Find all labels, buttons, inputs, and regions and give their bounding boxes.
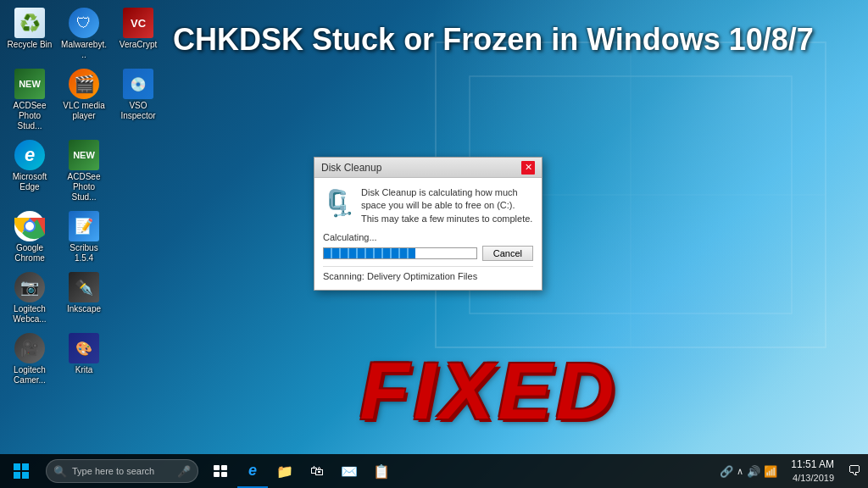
tray-chevron-icon[interactable]: ∧ xyxy=(737,466,743,477)
progress-bar-fill xyxy=(324,248,415,258)
svg-rect-14 xyxy=(214,472,220,477)
logitech-camera-icon[interactable]: 🎥 Logitech Camer... xyxy=(4,330,55,389)
taskbar-store-icon[interactable]: 🛍 xyxy=(302,454,332,488)
search-placeholder: Type here to search xyxy=(72,466,154,476)
taskbar-right: 🔗 ∧ 🔊 📶 11:51 AM 4/13/2019 🗨 xyxy=(713,454,868,488)
svg-point-7 xyxy=(25,222,34,230)
vlc-label: VLC media player xyxy=(60,101,108,121)
dialog-titlebar: Disk Cleanup ✕ xyxy=(314,158,542,178)
disk-icon: 🗜️ xyxy=(323,188,354,218)
logitech-webcam-icon[interactable]: 📷 Logitech Webca... xyxy=(4,269,55,328)
krita-label: Krita xyxy=(75,365,93,375)
tray-volume-icon[interactable]: 🔊 xyxy=(747,465,760,478)
svg-rect-15 xyxy=(221,472,227,477)
clock-date: 4/13/2019 xyxy=(791,472,834,484)
dialog-body: 🗜️ Disk Cleanup is calculating how much … xyxy=(314,178,542,290)
taskbar: 🔍 Type here to search 🎤 e 📁 🛍 ✉️ 📋 xyxy=(0,454,868,488)
edge-label: Microsoft Edge xyxy=(6,172,53,192)
logitech-webcam-label: Logitech Webca... xyxy=(6,304,53,324)
dialog-title-text: Disk Cleanup xyxy=(321,162,381,174)
taskbar-pinned-icons: e 📁 🛍 ✉️ 📋 xyxy=(205,454,397,488)
inkscape-label: Inkscape xyxy=(67,304,101,314)
svg-rect-12 xyxy=(214,465,220,470)
article-title: CHKDSK Stuck or Frozen in Windows 10/8/7 xyxy=(161,21,826,58)
progress-bar-container xyxy=(323,247,477,259)
svg-rect-13 xyxy=(221,465,227,470)
microphone-icon: 🎤 xyxy=(177,465,191,478)
desktop-icons: ♻️ Recycle Bin 🛡 Malwarebyt... VC VeraCr… xyxy=(4,4,164,389)
acdsee-icon[interactable]: NEW ACDSee Photo Stud... xyxy=(4,65,55,135)
tray-icons: 🔗 ∧ 🔊 📶 xyxy=(720,465,777,478)
svg-rect-11 xyxy=(22,472,29,479)
scribus-icon[interactable]: 📝 Scribus 1.5.4 xyxy=(58,208,109,267)
disk-cleanup-dialog: Disk Cleanup ✕ 🗜️ Disk Cleanup is calcul… xyxy=(314,157,542,291)
desktop: ♻️ Recycle Bin 🛡 Malwarebyt... VC VeraCr… xyxy=(0,0,868,488)
svg-rect-10 xyxy=(14,472,20,479)
system-clock[interactable]: 11:51 AM 4/13/2019 xyxy=(784,458,841,484)
taskview-button[interactable] xyxy=(205,454,236,488)
veracrypt-label: VeraCrypt xyxy=(120,40,157,50)
chrome-icon[interactable]: Google Chrome xyxy=(4,208,55,267)
inkscape-icon[interactable]: ✒️ Inkscape xyxy=(58,269,109,328)
krita-icon[interactable]: 🎨 Krita xyxy=(58,330,109,389)
scribus-label: Scribus 1.5.4 xyxy=(60,243,108,263)
acdsee-label: ACDSee Photo Stud... xyxy=(6,101,53,131)
taskbar-mail-icon[interactable]: ✉️ xyxy=(334,454,364,488)
chrome-label: Google Chrome xyxy=(6,243,53,263)
dialog-close-button[interactable]: ✕ xyxy=(521,161,535,175)
start-button[interactable] xyxy=(0,454,42,488)
fixed-label: FIXED xyxy=(153,345,826,437)
svg-rect-9 xyxy=(22,463,29,470)
tray-network-icon[interactable]: 🔗 xyxy=(720,465,733,478)
calculating-label: Calculating... xyxy=(323,232,533,242)
notification-center-button[interactable]: 🗨 xyxy=(841,454,868,488)
recycle-bin-icon[interactable]: ♻️ Recycle Bin xyxy=(4,4,55,64)
recycle-bin-label: Recycle Bin xyxy=(8,40,53,50)
system-tray: 🔗 ∧ 🔊 📶 xyxy=(713,465,784,478)
vso-icon[interactable]: 💿 VSO Inspector xyxy=(113,65,164,135)
tray-network2-icon[interactable]: 📶 xyxy=(764,465,777,478)
taskbar-explorer-icon[interactable]: 📁 xyxy=(270,454,300,488)
clock-time: 11:51 AM xyxy=(791,458,834,472)
edge-icon[interactable]: e Microsoft Edge xyxy=(4,136,55,206)
acdsee2-label: ACDSee Photo Stud... xyxy=(60,172,108,202)
taskbar-app-icon[interactable]: 📋 xyxy=(366,454,397,488)
vlc-icon[interactable]: 🎬 VLC media player xyxy=(58,65,109,135)
veracrypt-icon[interactable]: VC VeraCrypt xyxy=(113,4,164,64)
search-bar[interactable]: 🔍 Type here to search 🎤 xyxy=(46,459,198,483)
scanning-label: Scanning: Delivery Optimization Files xyxy=(323,266,533,281)
svg-rect-8 xyxy=(14,463,20,470)
malwarebytes-icon[interactable]: 🛡 Malwarebyt... xyxy=(58,4,109,64)
dialog-message: Disk Cleanup is calculating how much spa… xyxy=(361,186,533,225)
malwarebytes-label: Malwarebyt... xyxy=(60,40,108,60)
vso-label: VSO Inspector xyxy=(114,101,162,121)
taskbar-edge-icon[interactable]: e xyxy=(237,454,268,488)
cancel-button[interactable]: Cancel xyxy=(482,246,533,261)
logitech-camera-label: Logitech Camer... xyxy=(6,365,53,385)
acdsee2-icon[interactable]: NEW ACDSee Photo Stud... xyxy=(58,136,109,206)
